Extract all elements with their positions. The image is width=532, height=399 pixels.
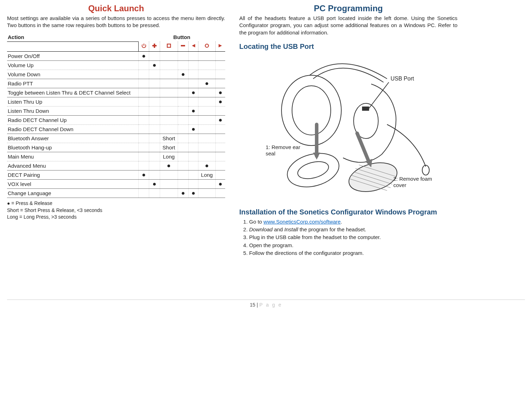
svg-rect-1 [181,45,185,46]
button-cell: ● [215,116,225,125]
button-cell: ● [139,52,149,61]
pc-programming-intro: All of the headsets feature a USB port l… [239,15,457,36]
button-cell [178,134,188,143]
install-steps: Go to www.SoneticsCorp.com/software. Dow… [239,218,457,257]
button-cell [189,52,198,61]
th-action: Action [7,33,139,42]
button-cell [149,52,160,61]
button-cell [160,79,178,88]
button-cell [198,189,215,198]
button-cell [139,134,149,143]
button-cell [139,79,149,88]
button-cell [189,180,198,189]
table-row: Radio PTT● [7,79,225,88]
th-button: Button [139,33,225,42]
button-cell [149,79,160,88]
button-cell [198,134,215,143]
svg-point-4 [292,86,331,135]
install-heading: Installation of the Sonetics Configurato… [239,208,457,216]
button-cell [198,143,215,152]
button-cell [149,170,160,180]
button-cell [189,97,198,107]
left-column: Quick Launch Most settings are available… [7,4,225,257]
button-cell [139,70,149,79]
legend-line-3: Long = Long Press, >3 seconds [7,214,225,221]
button-cell [178,180,188,189]
button-cell [178,170,188,180]
button-cell: ● [189,189,198,198]
button-cell: Long [160,152,178,161]
table-row: Radio DECT Channel Down● [7,125,225,134]
quick-launch-title: Quick Launch [7,4,225,13]
button-cell: ● [139,170,149,180]
button-cell [160,107,178,116]
power-icon [139,41,149,52]
action-cell: Volume Down [7,70,139,79]
action-cell: Bluetooth Answer [7,134,139,143]
button-cell [178,125,188,134]
table-row: Bluetooth Hang-upShort [7,143,225,152]
button-cell [198,152,215,161]
button-cell [215,61,225,70]
button-cell [198,52,215,61]
button-cell [189,61,198,70]
button-cell [189,143,198,152]
circle-icon [198,41,215,52]
action-cell: DECT Pairing [7,170,139,180]
table-row: Volume Up● [7,61,225,70]
button-cell [198,116,215,125]
table-row: Bluetooth AnswerShort [7,134,225,143]
button-cell [149,116,160,125]
table-row: Main MenuLong [7,152,225,161]
button-cell [178,52,188,61]
left-icon [189,41,198,52]
legend: ● = Press & Release Short = Short Press … [7,200,225,221]
action-cell: Volume Up [7,61,139,70]
button-cell [198,70,215,79]
button-cell [198,180,215,189]
button-cell [149,97,160,107]
button-cell [189,134,198,143]
software-link[interactable]: www.SoneticsCorp.com/software [264,219,341,225]
svg-line-16 [369,82,389,109]
button-cell: ● [189,88,198,97]
button-cell [198,61,215,70]
button-cell [215,107,225,116]
button-cell [215,52,225,61]
button-cell [178,161,188,170]
button-cell [198,125,215,134]
button-cell [149,134,160,143]
button-cell [198,97,215,107]
button-cell [139,88,149,97]
button-cell: ● [160,161,178,170]
button-cell: ● [198,161,215,170]
svg-rect-15 [362,107,369,110]
button-cell [160,189,178,198]
action-cell: Radio PTT [7,79,139,88]
button-cell [215,143,225,152]
minus-icon [178,41,188,52]
button-cell [139,107,149,116]
table-row: Advanced Menu●● [7,161,225,170]
button-cell [139,152,149,161]
action-cell: Bluetooth Hang-up [7,143,139,152]
right-column: PC Programming All of the headsets featu… [239,4,457,257]
button-cell [139,180,149,189]
button-cell [139,189,149,198]
table-row: Toggle between Listen Thru & DECT Channe… [7,88,225,97]
button-cell: ● [198,79,215,88]
action-cell: Power On/Off [7,52,139,61]
action-cell: Advanced Menu [7,161,139,170]
step-1: Go to www.SoneticsCorp.com/software. [249,218,457,225]
button-cell [215,152,225,161]
button-cell [149,161,160,170]
button-cell [215,161,225,170]
table-row: Listen Thru Up● [7,97,225,107]
action-cell: Radio DECT Channel Down [7,125,139,134]
pc-programming-title: PC Programming [239,4,457,13]
action-cell: Change Language [7,189,139,198]
usb-port-label: USB Port [391,76,414,82]
table-row: DECT Pairing●Long [7,170,225,180]
button-cell [178,107,188,116]
remove-ear-seal-label: 1: Remove ear seal [266,144,302,156]
